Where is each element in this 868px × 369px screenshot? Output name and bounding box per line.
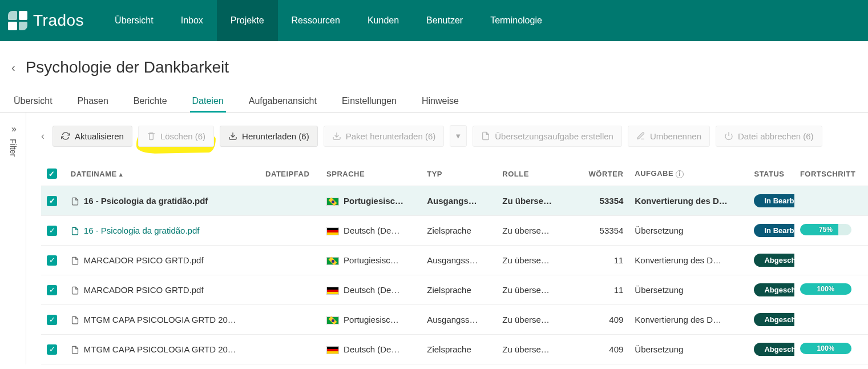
delete-button[interactable]: Löschen (6)	[138, 126, 214, 147]
cell-status: Abgeschlossen	[748, 335, 794, 364]
info-icon[interactable]: i	[676, 170, 684, 178]
cell-role: Zu überse…	[496, 216, 578, 246]
file-icon	[71, 197, 79, 206]
col-language[interactable]: SPRACHE	[321, 162, 421, 186]
subtab-item[interactable]: Berichte	[131, 90, 169, 112]
cell-type: Ausgangss…	[421, 246, 496, 275]
row-checkbox[interactable]: ✓	[47, 196, 57, 206]
cell-words: 409	[578, 335, 629, 364]
subtab-item[interactable]: Dateien	[190, 90, 226, 112]
status-badge: Abgeschlossen	[754, 343, 794, 356]
cell-role: Zu überse…	[496, 305, 578, 335]
topnav-item[interactable]: Benutzer	[413, 0, 477, 41]
cell-language: Deutsch (De…	[321, 335, 421, 364]
subtab-item[interactable]: Übersicht	[11, 90, 55, 112]
status-badge: Abgeschlossen	[754, 313, 794, 326]
col-role[interactable]: ROLLE	[496, 162, 578, 186]
cell-filepath	[260, 246, 321, 275]
topnav-item[interactable]: Übersicht	[101, 0, 167, 41]
col-status[interactable]: STATUS	[748, 162, 794, 186]
topnav-item[interactable]: Inbox	[167, 0, 217, 41]
file-icon	[71, 316, 79, 324]
topnav-item[interactable]: Kunden	[354, 0, 413, 41]
col-filename[interactable]: DATEINAME▴	[65, 162, 260, 186]
cell-task: Übersetzung	[629, 216, 748, 246]
subtab-item[interactable]: Aufgabenansicht	[247, 90, 319, 112]
files-table: ✓ DATEINAME▴ DATEIPFAD SPRACHE TYP ROLLE…	[41, 162, 868, 364]
app-logo[interactable]: Trados	[0, 11, 101, 30]
table-row[interactable]: ✓16 - Psicologia da gratidão.pdfDeutsch …	[41, 216, 868, 246]
cell-task: Konvertierung des D…	[629, 186, 748, 216]
back-icon[interactable]: ‹	[11, 61, 15, 74]
cancel-file-button[interactable]: Datei abbrechen (6)	[716, 126, 822, 147]
cell-filepath	[260, 335, 321, 364]
file-icon	[71, 286, 79, 295]
topnav-item[interactable]: Terminologie	[477, 0, 556, 41]
select-all-checkbox[interactable]: ✓	[47, 169, 57, 179]
cell-words: 53354	[578, 216, 629, 246]
topnav-item[interactable]: Ressourcen	[278, 0, 354, 41]
cell-language: Portugiesisc…	[321, 305, 421, 335]
flag-icon	[326, 198, 339, 206]
power-icon	[724, 131, 733, 141]
trash-icon	[147, 131, 156, 141]
file-name: MTGM CAPA PSICOLOGIA GRTD 20…	[71, 344, 236, 354]
status-badge: In Bearbeitung	[754, 194, 794, 207]
row-checkbox[interactable]: ✓	[47, 344, 57, 355]
cell-type: Zielsprache	[421, 335, 496, 364]
top-bar: Trados ÜbersichtInboxProjekteRessourcenK…	[0, 0, 868, 41]
toolbar-scroll-left-icon[interactable]: ‹	[41, 130, 47, 142]
table-row[interactable]: ✓MTGM CAPA PSICOLOGIA GRTD 20…Deutsch (D…	[41, 335, 868, 364]
col-task[interactable]: AUFGABEi	[629, 162, 748, 186]
filter-rail[interactable]: » Filter	[0, 113, 26, 364]
cell-role: Zu überse…	[496, 275, 578, 305]
col-words[interactable]: WÖRTER	[578, 162, 629, 186]
pencil-icon	[636, 131, 645, 141]
flag-icon	[326, 257, 339, 265]
status-badge: Abgeschlossen	[754, 283, 794, 296]
cell-task: Konvertierung des D…	[629, 305, 748, 335]
file-name: 16 - Psicologia da gratidão.pdf	[71, 196, 208, 206]
download-icon	[228, 131, 237, 141]
refresh-button[interactable]: Aktualisieren	[53, 126, 132, 147]
table-header-row: ✓ DATEINAME▴ DATEIPFAD SPRACHE TYP ROLLE…	[41, 162, 868, 186]
create-task-button[interactable]: Übersetzungsaufgabe erstellen	[473, 126, 622, 147]
package-download-icon	[332, 131, 341, 141]
cell-type: Ausgangss…	[421, 305, 496, 335]
download-package-dropdown[interactable]: ▾	[450, 125, 467, 147]
cell-filepath	[260, 216, 321, 246]
cell-role: Zu überse…	[496, 246, 578, 275]
flag-icon	[326, 287, 339, 295]
cell-language: Deutsch (De…	[321, 216, 421, 246]
col-progress[interactable]: FORTSCHRITT	[794, 162, 868, 186]
subtab-item[interactable]: Phasen	[75, 90, 111, 112]
sort-asc-icon: ▴	[119, 171, 123, 178]
breadcrumb: ‹ Psychologie der Dankbarkeit	[0, 41, 868, 85]
download-button[interactable]: Herunterladen (6)	[220, 126, 318, 147]
row-checkbox[interactable]: ✓	[47, 315, 57, 325]
cell-type: Zielsprache	[421, 275, 496, 305]
filter-rail-label: Filter	[9, 139, 18, 157]
cell-role: Zu überse…	[496, 186, 578, 216]
cell-progress: 100%	[794, 275, 868, 305]
cell-task: Übersetzung	[629, 275, 748, 305]
table-row[interactable]: ✓MARCADOR PSICO GRTD.pdfPortugiesisc…Aus…	[41, 246, 868, 275]
table-row[interactable]: ✓MARCADOR PSICO GRTD.pdfDeutsch (De…Ziel…	[41, 275, 868, 305]
progress-bar: 100%	[800, 283, 851, 295]
subtab-item[interactable]: Hinweise	[419, 90, 461, 112]
col-type[interactable]: TYP	[421, 162, 496, 186]
project-title: Psychologie der Dankbarkeit	[26, 58, 229, 77]
row-checkbox[interactable]: ✓	[47, 226, 57, 236]
file-name[interactable]: 16 - Psicologia da gratidão.pdf	[71, 226, 200, 235]
topnav-item[interactable]: Projekte	[217, 0, 278, 41]
row-checkbox[interactable]: ✓	[47, 255, 57, 266]
table-row[interactable]: ✓16 - Psicologia da gratidão.pdfPortugie…	[41, 186, 868, 216]
download-package-button[interactable]: Paket herunterladen (6)	[324, 126, 445, 147]
document-icon	[481, 131, 490, 141]
row-checkbox[interactable]: ✓	[47, 285, 57, 295]
subtab-item[interactable]: Einstellungen	[340, 90, 399, 112]
col-filepath[interactable]: DATEIPFAD	[260, 162, 321, 186]
rename-button[interactable]: Umbenennen	[628, 126, 710, 147]
table-row[interactable]: ✓MTGM CAPA PSICOLOGIA GRTD 20…Portugiesi…	[41, 305, 868, 335]
cell-type: Zielsprache	[421, 216, 496, 246]
